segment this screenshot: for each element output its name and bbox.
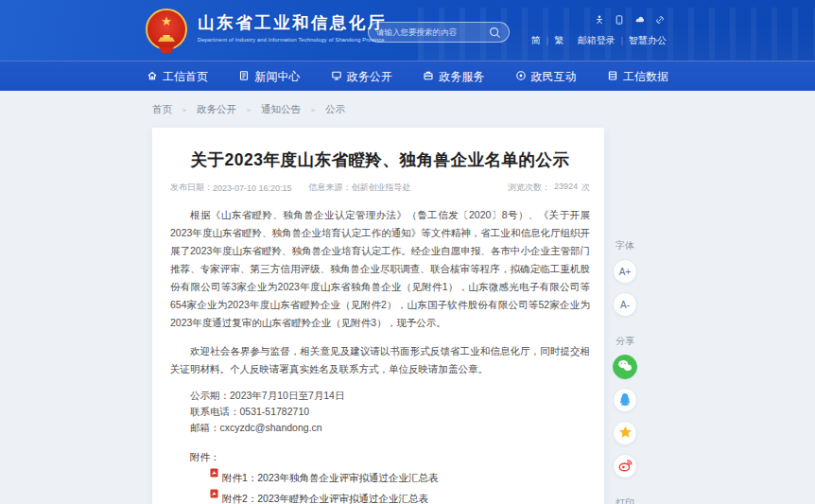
database-icon	[607, 70, 618, 84]
share-qq-button[interactable]	[613, 388, 637, 412]
breadcrumb-disclosure[interactable]: 政务公开	[197, 103, 236, 116]
breadcrumb-home[interactable]: 首页	[152, 103, 172, 116]
nav-item-data[interactable]: 工信数据	[605, 69, 670, 85]
nav-item-services[interactable]: 政务服务	[421, 69, 486, 85]
site-title: 山东省工业和信息化厅	[198, 11, 387, 34]
breadcrumb-notices[interactable]: 通知公告	[261, 103, 301, 116]
interaction-icon	[515, 70, 527, 84]
article-title: 关于2023年度山东省瞪羚、独角兽企业名单的公示	[170, 148, 590, 171]
attachments-section: 附件： 附件1：2023年独角兽企业评审拟通过企业汇总表 附件2：2023年瞪羚…	[170, 448, 590, 504]
divider: |	[621, 36, 623, 45]
hand-app-icon[interactable]	[634, 11, 645, 28]
share-weibo-button[interactable]	[613, 454, 637, 478]
divider: |	[546, 36, 548, 45]
wechat-icon	[617, 359, 633, 374]
site-subtitle: Department of Industry and Information T…	[198, 37, 387, 43]
article-meta: 发布日期： 2023-07-10 16:20:15 信息来源： 创新创业指导处 …	[170, 182, 590, 194]
nav-label: 政务服务	[439, 69, 484, 85]
nav-label: 工信数据	[623, 69, 668, 85]
nav-label: 新闻中心	[254, 69, 300, 85]
nav-label: 政民互动	[531, 69, 577, 85]
attachment-label: 附件2：2023年瞪羚企业评审拟通过企业汇总表	[222, 493, 428, 504]
search-icon[interactable]	[489, 26, 501, 39]
attachment-link-1[interactable]: 附件1：2023年独角兽企业评审拟通过企业汇总表	[170, 465, 590, 486]
share-wechat-button[interactable]	[613, 355, 637, 379]
contact-phone: 联系电话：0531-51782710	[170, 404, 590, 420]
nav-item-disclosure[interactable]: 政务公开	[329, 69, 394, 85]
search-input[interactable]	[376, 27, 489, 37]
article-card: 关于2023年度山东省瞪羚、独角兽企业名单的公示 发布日期： 2023-07-1…	[152, 128, 604, 504]
pdf-icon	[190, 465, 218, 482]
site-identity: 山东省工业和信息化厅 Department of Industry and In…	[198, 11, 387, 43]
nav-item-news[interactable]: 新闻中心	[236, 69, 302, 85]
pdf-icon	[190, 486, 218, 503]
monitor-icon	[331, 70, 342, 84]
source-label: 信息来源：	[309, 182, 352, 194]
site-logo: ★	[145, 9, 188, 53]
mail-login-link[interactable]: 邮箱登录	[578, 34, 616, 47]
print-label: 打印	[616, 496, 634, 504]
main-nav: 工信首页 新闻中心 政务公开 政务服务 政民互动 工信数据	[0, 61, 815, 91]
qzone-star-icon	[618, 426, 633, 441]
paragraph-1: 根据《山东省瞪羚、独角兽企业认定管理办法》（鲁工信发〔2020〕8号）、《关于开…	[170, 206, 590, 332]
side-toolbar: 字体 A+ A- 分享 打印	[607, 230, 643, 504]
national-emblem-icon: ★	[146, 9, 187, 50]
nav-item-interaction[interactable]: 政民互动	[513, 69, 579, 85]
font-increase-text: A+	[619, 267, 632, 277]
breadcrumb-separator: ＞	[181, 105, 188, 115]
attachment-label: 附件1：2023年独角兽企业评审拟通过企业汇总表	[222, 472, 439, 483]
qq-icon	[618, 392, 632, 408]
font-decrease-button[interactable]: A-	[613, 292, 637, 317]
divider	[569, 36, 572, 45]
public-period: 公示期：2023年7月10日至7月14日	[170, 388, 590, 404]
search-box	[368, 22, 510, 43]
share-label: 分享	[616, 335, 634, 348]
smart-office-link[interactable]: 智慧办公	[629, 34, 667, 47]
publish-date-value: 2023-07-10 16:20:15	[213, 183, 292, 193]
accessibility-icon[interactable]	[595, 11, 604, 28]
briefcase-icon	[423, 70, 434, 84]
site-banner: ★ 山东省工业和信息化厅 Department of Industry and …	[0, 0, 815, 61]
header-quick-area: 简 | 繁 邮箱登录 | 智慧办公	[531, 11, 667, 47]
publish-date-label: 发布日期：	[170, 182, 213, 194]
nav-label: 政务公开	[347, 69, 392, 85]
article-body: 根据《山东省瞪羚、独角兽企业认定管理办法》（鲁工信发〔2020〕8号）、《关于开…	[170, 206, 590, 378]
weibo-icon	[618, 459, 633, 474]
news-icon	[238, 70, 250, 84]
share-link-icon[interactable]	[655, 11, 665, 28]
mobile-icon[interactable]	[615, 11, 624, 28]
views-unit: 次	[581, 182, 590, 194]
font-decrease-text: A-	[620, 300, 630, 310]
attachments-label: 附件：	[170, 448, 590, 465]
attachment-link-2[interactable]: 附件2：2023年瞪羚企业评审拟通过企业汇总表	[170, 486, 590, 504]
contact-info: 公示期：2023年7月10日至7月14日 联系电话：0531-51782710 …	[170, 388, 590, 436]
source-value: 创新创业指导处	[352, 182, 411, 194]
lang-simplified[interactable]: 简	[531, 34, 541, 47]
font-increase-button[interactable]: A+	[613, 259, 637, 284]
breadcrumb-separator: ＞	[309, 105, 317, 115]
breadcrumb-current: 公示	[325, 103, 345, 116]
home-icon	[147, 70, 158, 84]
breadcrumb-separator: ＞	[245, 105, 252, 115]
lang-traditional[interactable]: 繁	[554, 34, 564, 47]
views-value: 23924	[554, 182, 578, 194]
nav-item-home[interactable]: 工信首页	[145, 69, 210, 85]
font-size-label: 字体	[616, 239, 634, 252]
views-label: 浏览次数：	[508, 182, 550, 194]
breadcrumb: 首页 ＞ 政务公开 ＞ 通知公告 ＞ 公示	[145, 91, 670, 116]
nav-label: 工信首页	[163, 69, 208, 85]
emblem-ribbon	[159, 47, 174, 53]
contact-email: 邮箱：cxcyzdc@shandong.cn	[170, 420, 590, 436]
share-qzone-button[interactable]	[613, 421, 637, 445]
page: ★ 山东省工业和信息化厅 Department of Industry and …	[0, 0, 815, 504]
content-area: 关于2023年度山东省瞪羚、独角兽企业名单的公示 发布日期： 2023-07-1…	[145, 128, 670, 504]
paragraph-2: 欢迎社会各界参与监督，相关意见及建议请以书面形式反馈省工业和信息化厅，同时提交相…	[170, 342, 590, 378]
